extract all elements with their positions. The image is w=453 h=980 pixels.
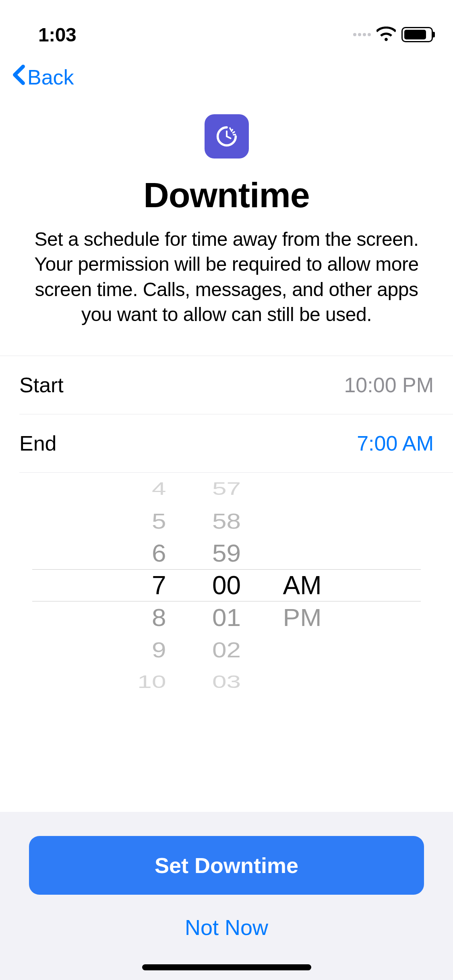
bottom-action-section: Set Downtime Not Now bbox=[0, 812, 453, 980]
wifi-icon bbox=[376, 27, 396, 43]
picker-minutes-column[interactable]: 57 58 59 00 01 02 03 bbox=[186, 473, 267, 698]
picker-hour-item[interactable]: 8 bbox=[118, 602, 166, 633]
picker-hours-column[interactable]: 4 5 6 7 8 9 10 bbox=[106, 473, 186, 698]
picker-minute-item[interactable]: 01 bbox=[199, 602, 255, 633]
end-value: 7:00 AM bbox=[357, 431, 434, 455]
chevron-left-icon bbox=[12, 64, 26, 90]
cellular-signal-icon bbox=[353, 33, 371, 36]
end-time-row[interactable]: End 7:00 AM bbox=[0, 414, 453, 472]
picker-hour-item[interactable]: 6 bbox=[118, 538, 166, 568]
picker-minute-item[interactable]: 59 bbox=[199, 538, 255, 568]
picker-ampm-column[interactable]: AM PM bbox=[267, 473, 348, 698]
start-value: 10:00 PM bbox=[344, 373, 434, 397]
status-bar: 1:03 bbox=[0, 0, 453, 52]
svg-line-2 bbox=[233, 132, 234, 133]
back-button[interactable]: Back bbox=[12, 64, 441, 90]
svg-line-5 bbox=[227, 136, 231, 138]
start-label: Start bbox=[19, 373, 64, 397]
end-label: End bbox=[19, 431, 57, 455]
start-time-row[interactable]: Start 10:00 PM bbox=[0, 356, 453, 414]
nav-bar: Back bbox=[0, 52, 453, 98]
home-indicator[interactable] bbox=[142, 964, 311, 970]
time-picker[interactable]: 4 5 6 7 8 9 10 57 58 59 00 01 02 03 AM P… bbox=[0, 473, 453, 698]
picker-hour-item[interactable]: 4 bbox=[118, 478, 166, 500]
not-now-button[interactable]: Not Now bbox=[29, 895, 424, 948]
downtime-icon bbox=[205, 114, 249, 159]
page-title: Downtime bbox=[24, 175, 429, 216]
back-label: Back bbox=[27, 65, 74, 89]
status-time: 1:03 bbox=[38, 24, 76, 46]
status-icons bbox=[353, 27, 433, 43]
picker-minute-item[interactable]: 57 bbox=[199, 478, 255, 500]
picker-hour-item[interactable]: 9 bbox=[118, 636, 166, 663]
schedule-rows: Start 10:00 PM End 7:00 AM bbox=[0, 356, 453, 473]
header-section: Downtime Set a schedule for time away fr… bbox=[0, 98, 453, 356]
picker-ampm-item[interactable]: PM bbox=[283, 602, 335, 633]
svg-line-0 bbox=[230, 128, 231, 130]
picker-hour-item[interactable]: 10 bbox=[118, 671, 166, 693]
svg-line-1 bbox=[232, 130, 232, 131]
picker-minute-item[interactable]: 03 bbox=[199, 671, 255, 693]
picker-hour-selected[interactable]: 7 bbox=[118, 569, 166, 601]
picker-hour-item[interactable]: 5 bbox=[118, 507, 166, 535]
picker-minute-item[interactable]: 58 bbox=[199, 507, 255, 535]
set-downtime-button[interactable]: Set Downtime bbox=[29, 836, 424, 895]
picker-minute-selected[interactable]: 00 bbox=[199, 569, 255, 601]
svg-line-3 bbox=[233, 134, 235, 135]
picker-ampm-selected[interactable]: AM bbox=[283, 569, 335, 601]
battery-icon bbox=[401, 27, 433, 42]
page-description: Set a schedule for time away from the sc… bbox=[24, 227, 429, 327]
picker-minute-item[interactable]: 02 bbox=[199, 636, 255, 663]
